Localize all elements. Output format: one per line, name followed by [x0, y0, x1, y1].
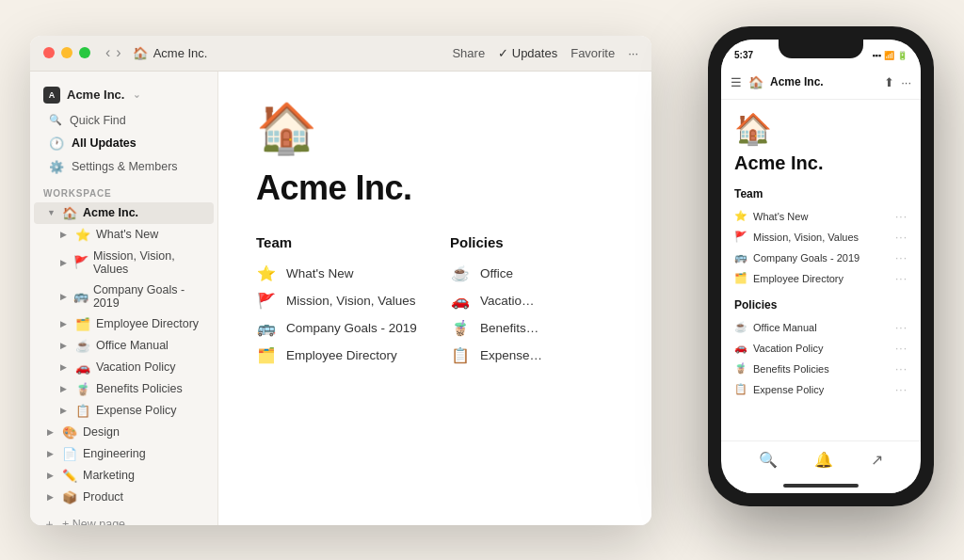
phone-dots-icon[interactable]: ···: [895, 231, 908, 244]
phone-list-office[interactable]: ☕ Office Manual ···: [734, 317, 908, 338]
sidebar-item-employee-dir[interactable]: ▶ 🗂️ Employee Directory: [34, 313, 214, 335]
back-button[interactable]: ‹: [105, 44, 110, 61]
phone-dots-icon[interactable]: ···: [895, 321, 908, 334]
office-manual-label: Office Manual: [96, 339, 169, 352]
phone-dots-icon[interactable]: ···: [895, 342, 908, 355]
main-page-emoji: 🏠: [256, 100, 614, 157]
col-item-whats-new[interactable]: ⭐ What's New: [256, 260, 420, 287]
phone-list-benefits[interactable]: 🧋 Benefits Policies ···: [734, 359, 908, 379]
phone-share-icon[interactable]: ⬆: [884, 75, 894, 89]
palette-icon: 🎨: [61, 425, 78, 440]
workspace-name[interactable]: A Acme Inc. ⌄: [30, 81, 217, 109]
sidebar-item-office-manual[interactable]: ▶ ☕ Office Manual: [34, 335, 214, 357]
favorite-button[interactable]: Favorite: [570, 46, 615, 60]
phone-team-title: Team: [734, 187, 908, 200]
mac-window: ‹ › 🏠 Acme Inc. Share ✓ Updates Favorite…: [30, 36, 651, 525]
phone-list-whats-new[interactable]: ⭐ What's New ···: [734, 206, 908, 227]
col-item-benefits[interactable]: 🧋 Benefits…: [450, 314, 614, 342]
phone-dots-icon[interactable]: ···: [895, 383, 908, 396]
forward-button[interactable]: ›: [116, 44, 120, 61]
company-goals-label: Company Goals - 2019: [93, 283, 201, 310]
col-item-goals[interactable]: 🚌 Company Goals - 2019: [256, 314, 420, 342]
col-item-mission[interactable]: 🚩 Mission, Vision, Values: [256, 287, 420, 314]
quick-find-action[interactable]: 🔍 Quick Find: [36, 109, 212, 132]
phone-list-expense[interactable]: 📋 Expense Policy ···: [734, 379, 908, 400]
col-item-vacation[interactable]: 🚗 Vacatio…: [450, 287, 614, 314]
phone-menu-icon[interactable]: ☰: [731, 75, 742, 89]
phone-time: 5:37: [734, 50, 753, 60]
bus-icon: 🚌: [73, 289, 88, 303]
updates-button[interactable]: ✓ Updates: [498, 46, 557, 60]
sidebar-item-benefits[interactable]: ▶ 🧋 Benefits Policies: [34, 378, 214, 400]
coffee-icon: ☕: [74, 339, 91, 353]
expense-label: Expense Policy: [96, 404, 176, 417]
car-icon: 🚗: [450, 292, 471, 310]
sidebar-item-mission[interactable]: ▶ 🚩 Mission, Vision, Values: [34, 246, 214, 280]
mission-label: Mission, Vision, Values: [93, 249, 201, 276]
marketing-label: Marketing: [83, 469, 135, 482]
workspace-dropdown-icon: ⌄: [133, 89, 140, 100]
sidebar-item-acme[interactable]: ▼ 🏠 Acme Inc.: [34, 202, 214, 224]
phone-dots-icon[interactable]: ···: [895, 210, 908, 223]
phone-dots-icon[interactable]: ···: [895, 251, 908, 264]
phone-list-vacation[interactable]: 🚗 Vacation Policy ···: [734, 338, 908, 359]
minimize-button[interactable]: [61, 47, 72, 58]
phone-list-goals[interactable]: 🚌 Company Goals - 2019 ···: [734, 248, 908, 268]
phone-search-icon[interactable]: 🔍: [759, 451, 778, 469]
sidebar-item-expense[interactable]: ▶ 📋 Expense Policy: [34, 400, 214, 422]
phone-dots-icon[interactable]: ···: [895, 362, 908, 376]
office-link: Office: [480, 266, 513, 280]
arrow-right-icon: ▶: [47, 471, 56, 480]
phone-export-icon[interactable]: ↗: [871, 451, 883, 469]
phone-list-item-left: 🧋 Benefits Policies: [734, 362, 829, 375]
sidebar-item-whats-new[interactable]: ▶ ⭐ What's New: [34, 224, 214, 246]
employee-dir-link: Employee Directory: [286, 348, 397, 362]
phone-list-item-left: 🚩 Mission, Vision, Values: [734, 231, 859, 243]
phone-vacation: Vacation Policy: [753, 343, 823, 354]
sidebar-item-product[interactable]: ▶ 📦 Product: [34, 487, 214, 508]
battery-icon: 🔋: [897, 51, 908, 60]
phone-list-item-left: 📋 Expense Policy: [734, 383, 824, 395]
mac-body: A Acme Inc. ⌄ 🔍 Quick Find 🕐 All Updates…: [30, 72, 651, 525]
phone-bottom-bar: 🔍 🔔 ↗: [721, 440, 921, 478]
titlebar-nav: ‹ ›: [105, 44, 121, 61]
settings-action[interactable]: ⚙️ Settings & Members: [36, 155, 212, 179]
phone-list-employee-dir[interactable]: 🗂️ Employee Directory ···: [734, 268, 908, 289]
phone-more-icon[interactable]: ···: [901, 75, 911, 89]
arrow-right-icon: ▶: [60, 319, 70, 328]
col-item-expense[interactable]: 📋 Expense…: [450, 342, 614, 369]
sidebar-item-vacation[interactable]: ▶ 🚗 Vacation Policy: [34, 357, 214, 378]
all-updates-action[interactable]: 🕐 All Updates: [36, 132, 212, 155]
phone-dots-icon[interactable]: ···: [895, 272, 908, 285]
sidebar-item-company-goals[interactable]: ▶ 🚌 Company Goals - 2019: [34, 280, 214, 313]
flag-icon: 🚩: [256, 292, 277, 310]
phone-bell-icon[interactable]: 🔔: [814, 451, 833, 469]
employee-dir-label: Employee Directory: [96, 317, 199, 330]
star-icon-sm: ⭐: [734, 210, 747, 222]
pencil-icon: ✏️: [61, 469, 78, 483]
col-item-office[interactable]: ☕ Office: [450, 260, 614, 287]
phone-list-mission[interactable]: 🚩 Mission, Vision, Values ···: [734, 227, 908, 248]
outer-wrapper: ‹ › 🏠 Acme Inc. Share ✓ Updates Favorite…: [30, 26, 934, 535]
more-button[interactable]: ···: [628, 46, 638, 60]
bus-icon-sm: 🚌: [734, 251, 747, 264]
columns-area: Team ⭐ What's New 🚩 Mission, Vision, Val…: [256, 234, 614, 369]
close-button[interactable]: [43, 47, 55, 58]
new-page-label: + New page: [62, 518, 125, 525]
all-updates-label: All Updates: [72, 136, 137, 150]
sidebar-item-engineering[interactable]: ▶ 📄 Engineering: [34, 443, 214, 465]
sidebar-item-marketing[interactable]: ▶ ✏️ Marketing: [34, 465, 214, 487]
sidebar-item-design[interactable]: ▶ 🎨 Design: [34, 422, 214, 443]
phone-employee-dir: Employee Directory: [753, 273, 844, 284]
share-button[interactable]: Share: [452, 46, 485, 60]
benefits-link: Benefits…: [480, 321, 538, 335]
policies-section: Policies ☕ Office 🚗 Vacatio… 🧋 Benefits…: [450, 234, 614, 369]
maximize-button[interactable]: [79, 47, 90, 58]
arrow-right-icon: ▶: [47, 449, 56, 458]
col-item-employee-dir[interactable]: 🗂️ Employee Directory: [256, 342, 420, 369]
new-page-button[interactable]: ＋ + New page: [30, 512, 217, 525]
expense-link: Expense…: [480, 348, 542, 362]
phone-page-emoji: 🏠: [734, 111, 908, 147]
quick-find-label: Quick Find: [70, 114, 126, 127]
phone-frame: 5:37 ▪▪▪ 📶 🔋 ☰ 🏠 Acme Inc. ⬆ ···: [708, 26, 934, 506]
